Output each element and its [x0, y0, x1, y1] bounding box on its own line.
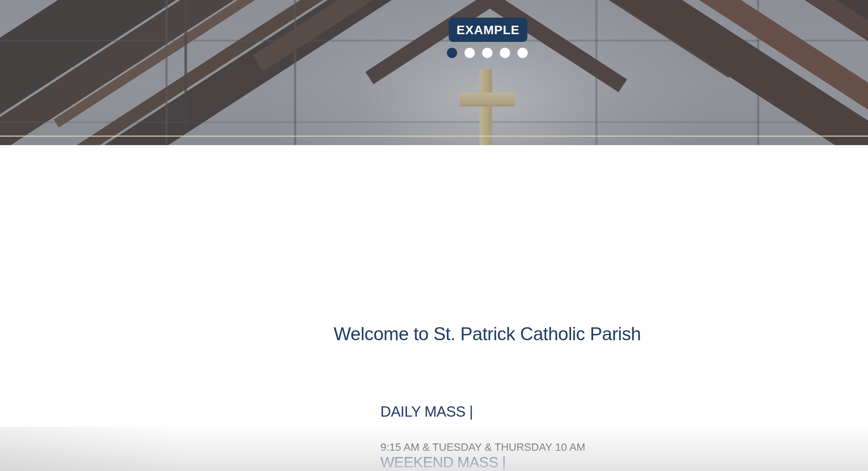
hero-divider-line — [0, 136, 868, 137]
carousel-dot[interactable] — [482, 48, 492, 58]
schedule-heading-daily-mass: DAILY MASS | — [380, 403, 785, 420]
carousel-dot[interactable] — [500, 48, 510, 58]
church-interior-photo — [0, 0, 868, 145]
hero-slideshow: EXAMPLE — [0, 0, 868, 145]
example-button[interactable]: EXAMPLE — [449, 18, 527, 42]
schedule-line-daily-times: 9:15 AM & TUESDAY & THURSDAY 10 AM — [380, 441, 785, 454]
photo-gray-overlay — [0, 0, 868, 145]
welcome-section: Welcome to St. Patrick Catholic Parish D… — [0, 145, 868, 471]
mass-schedule: DAILY MASS | 9:15 AM & TUESDAY & THURSDA… — [380, 403, 785, 471]
carousel-dots — [447, 48, 528, 58]
schedule-heading-weekend-mass: WEEKEND MASS | — [380, 454, 785, 471]
page-title: Welcome to St. Patrick Catholic Parish — [193, 323, 781, 345]
carousel-dot[interactable] — [517, 48, 528, 58]
carousel-dot[interactable] — [465, 48, 475, 58]
page: EXAMPLE Welcome to St. Patrick Catholic … — [0, 0, 868, 471]
carousel-dot[interactable] — [447, 48, 457, 58]
